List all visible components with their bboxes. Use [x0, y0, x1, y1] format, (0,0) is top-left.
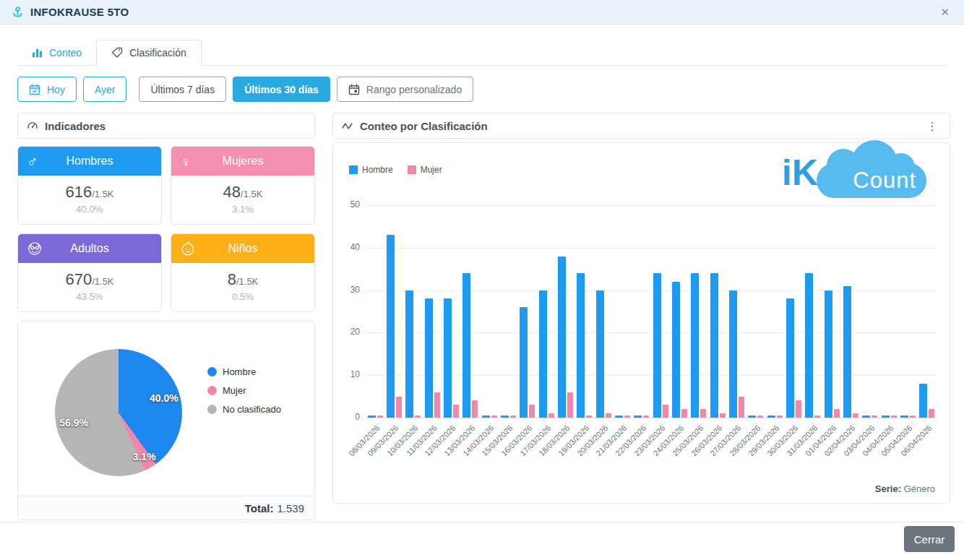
date-filter-bar: HoyAyerÚltimos 7 díasÚltimos 30 díasRang… [17, 77, 473, 102]
pie-legend-label: Hombre [223, 366, 256, 377]
bar-hombre [615, 415, 623, 418]
bar-group-28-03-2026: 28/03/2026 [746, 205, 765, 418]
activity-icon [342, 121, 353, 131]
pie-total-label: Total: [245, 502, 274, 514]
bar-mujer [853, 413, 858, 418]
indicators-panel-title: Indicadores [45, 120, 106, 132]
gauge-icon [27, 120, 38, 132]
indicator-card-label: Hombres [18, 155, 161, 168]
tab-clasificacion[interactable]: Clasificación [96, 40, 202, 66]
filter-button--ltimos-30-d-as[interactable]: Últimos 30 días [233, 77, 330, 102]
bar-group-06-04-2026: 06/04/2026 [918, 205, 937, 418]
bar-group-30-03-2026: 30/03/2026 [784, 205, 803, 418]
bar-hombre [405, 290, 413, 418]
bar-mujer [739, 397, 744, 418]
indicator-card-body: 48/1.5K3.1% [171, 176, 314, 224]
bar-mujer [606, 413, 611, 418]
footer-divider [0, 522, 964, 522]
indicator-card-body: 670/1.5K43.5% [18, 263, 161, 311]
bar-hombre [501, 415, 509, 418]
gridline-0 [366, 418, 937, 418]
bar-hombre [425, 298, 433, 418]
filter-button-hoy[interactable]: Hoy [17, 77, 77, 102]
cerrar-button[interactable]: Cerrar [904, 526, 955, 552]
bar-group-10-03-2026: 10/03/2026 [404, 205, 423, 418]
indicator-card-adultos: Adultos670/1.5K43.5% [17, 233, 162, 312]
bar-hombre [520, 307, 528, 418]
filter-label: Hoy [47, 84, 65, 95]
indicator-count: 8 [228, 270, 236, 288]
bar-hombre [882, 415, 890, 418]
bar-group-11-03-2026: 11/03/2026 [423, 205, 442, 418]
bar-mujer [757, 415, 763, 418]
bar-groups: 08/03/202609/03/202610/03/202611/03/2026… [366, 205, 937, 418]
bar-legend-label: Hombre [362, 165, 393, 175]
y-axis-tick-0: 0 [338, 412, 360, 422]
bar-mujer [529, 405, 535, 418]
indicator-value: 670/1.5K [18, 270, 161, 289]
y-axis-tick-40: 40 [338, 242, 360, 252]
legend-swatch [207, 367, 217, 376]
window-title: INFOKRAUSE 5TO [30, 6, 129, 18]
bar-hombre [691, 273, 699, 418]
bar-hombre [729, 290, 737, 418]
indicator-value: 616/1.5K [18, 183, 161, 202]
bar-group-01-04-2026: 01/04/2026 [822, 205, 841, 418]
logo-ik-text: iK [782, 155, 818, 191]
indicator-card-niños: Niños8/1.5K0.5% [171, 233, 315, 312]
bar-group-16-03-2026: 16/03/2026 [518, 205, 537, 418]
indicator-card-header: Adultos [18, 234, 161, 263]
indicator-denominator: /1.5K [236, 276, 258, 287]
indicator-cards: ♂Hombres616/1.5K40.0%♀Mujeres48/1.5K3.1%… [17, 146, 315, 312]
bar-mujer [491, 415, 497, 418]
pie-slice-label: 40.0% [150, 392, 178, 404]
bar-group-02-04-2026: 02/04/2026 [841, 205, 860, 418]
filter-button-ayer[interactable]: Ayer [83, 77, 127, 102]
kebab-menu-icon[interactable]: ⋮ [924, 119, 941, 133]
bar-hombre [748, 415, 756, 418]
bar-group-25-03-2026: 25/03/2026 [689, 205, 708, 418]
bar-mujer [643, 415, 649, 418]
bar-mujer [624, 415, 630, 418]
indicator-card-label: Mujeres [171, 155, 314, 168]
y-axis-tick-20: 20 [338, 327, 360, 337]
bar-mujer [548, 413, 554, 418]
bar-mujer [510, 415, 516, 418]
bar-legend-label: Mujer [421, 165, 442, 175]
bar-hombre [843, 286, 851, 418]
filter-button-rango-personalizado[interactable]: Rango personalizado [337, 77, 473, 102]
tag-icon [111, 47, 123, 59]
indicator-count: 48 [223, 183, 241, 201]
pie-legend-label: Mujer [223, 385, 246, 396]
pie-legend-label: No clasificado [223, 404, 281, 415]
bar-mujer [377, 415, 383, 418]
bar-group-22-03-2026: 22/03/2026 [632, 205, 651, 418]
bar-hombre [900, 415, 908, 418]
male-icon: ♂ [27, 154, 38, 169]
y-axis-tick-10: 10 [338, 369, 360, 379]
bar-group-24-03-2026: 24/03/2026 [670, 205, 689, 418]
filter-label: Ayer [95, 84, 116, 95]
filter-button--ltimos-7-d-as[interactable]: Últimos 7 días [139, 77, 226, 102]
gender-pie-card: 40.0%3.1%56.9% HombreMujerNo clasificado… [17, 321, 315, 520]
classification-column: Conteo por Clasificación ⋮ HombreMujer C… [332, 113, 950, 504]
pie-total-footer: Total: 1.539 [18, 496, 314, 520]
bar-group-05-04-2026: 05/04/2026 [898, 205, 917, 418]
bar-mujer [777, 415, 783, 418]
indicator-percent: 3.1% [171, 204, 314, 215]
bar-legend-item: Mujer [408, 165, 442, 175]
bar-mujer [415, 415, 421, 418]
indicator-card-mujeres: ♀Mujeres48/1.5K3.1% [171, 146, 315, 225]
tab-conteo[interactable]: Conteo [17, 40, 96, 65]
bar-hombre [825, 290, 832, 418]
bar-group-12-03-2026: 12/03/2026 [442, 205, 460, 418]
bar-mujer [586, 415, 592, 418]
pie-total-value: 1.539 [277, 502, 304, 514]
tab-clasificacion-label: Clasificación [129, 47, 186, 59]
pie-legend-item: Mujer [207, 385, 281, 396]
logo-count-text: Count [853, 168, 916, 194]
bar-mujer [453, 405, 459, 418]
indicator-card-body: 8/1.5K0.5% [171, 263, 314, 311]
close-icon[interactable]: ✕ [937, 4, 952, 20]
bar-mujer [796, 400, 801, 418]
